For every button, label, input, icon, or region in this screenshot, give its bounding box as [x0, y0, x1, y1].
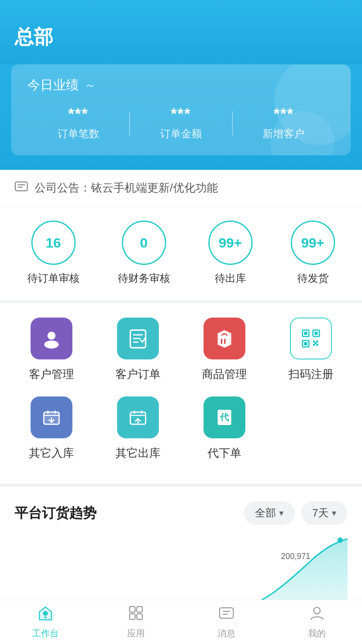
svg-rect-38	[130, 607, 135, 612]
filter-all-arrow: ▾	[279, 508, 284, 518]
svg-rect-18	[315, 332, 318, 335]
svg-rect-13	[221, 339, 222, 344]
nav-workbench-label: 工作台	[32, 627, 59, 640]
badge-pending-ship[interactable]: 99+ 待发货	[291, 221, 335, 285]
menu-name-proxy-order: 代下单	[208, 446, 241, 461]
trend-title: 平台订货趋势	[14, 504, 97, 522]
trend-filters: 全部 ▾ 7天 ▾	[244, 501, 348, 525]
menu-other-instock[interactable]: 其它入库	[19, 396, 84, 461]
apps-icon	[128, 605, 144, 625]
svg-text:200,971: 200,971	[281, 551, 310, 561]
nav-messages-label: 消息	[218, 627, 235, 640]
badge-count-1: 0	[122, 221, 166, 265]
menu-customer-management[interactable]: 客户管理	[19, 318, 84, 382]
menu-name-other-outstock: 其它出库	[115, 446, 160, 461]
nav-apps-label: 应用	[127, 627, 145, 640]
header-title: 总部	[14, 26, 53, 47]
menu-product-management[interactable]: 商品管理	[192, 318, 257, 382]
badge-name-2: 待出库	[215, 271, 246, 285]
svg-rect-25	[315, 342, 317, 344]
header: 总部	[0, 0, 362, 64]
badge-pending-orders[interactable]: 16 待订单审核	[27, 221, 80, 285]
nav-profile[interactable]: 我的	[272, 605, 362, 640]
svg-point-37	[43, 611, 48, 616]
trend-header: 平台订货趋势 全部 ▾ 7天 ▾	[14, 501, 348, 525]
announcement-icon	[14, 180, 28, 196]
filter-7days-btn[interactable]: 7天 ▾	[301, 501, 348, 525]
stat-orders-name: 订单笔数	[58, 128, 99, 140]
badge-name-1: 待财务审核	[118, 271, 170, 285]
menu-customer-orders[interactable]: 客户订单	[106, 318, 170, 382]
announcement-bar[interactable]: 公司公告：铱云手机端更新/优化功能	[0, 170, 362, 206]
nav-profile-label: 我的	[308, 627, 326, 640]
badge-pending-finance[interactable]: 0 待财务审核	[118, 221, 170, 285]
filter-all-label: 全部	[255, 506, 276, 520]
stat-amount-name: 订单金额	[160, 128, 202, 140]
svg-rect-40	[130, 614, 135, 619]
badges-section: 16 待订单审核 0 待财务审核 99+ 待出库 99+ 待发货	[0, 206, 362, 303]
qr-register-icon-box	[290, 318, 332, 359]
stat-amount-value: ***	[130, 105, 232, 123]
filter-all-btn[interactable]: 全部 ▾	[244, 501, 295, 525]
other-instock-icon-box	[31, 396, 72, 438]
svg-text:代: 代	[220, 412, 229, 422]
announcement-text: 公司公告：铱云手机端更新/优化功能	[35, 180, 218, 196]
svg-point-3	[47, 332, 56, 340]
menu-name-qr-register: 扫码注册	[288, 367, 333, 382]
other-outstock-icon-box	[117, 396, 159, 438]
badge-count-0: 16	[31, 221, 76, 265]
filter-7days-label: 7天	[313, 506, 329, 520]
svg-rect-14	[224, 339, 226, 344]
menu-proxy-order[interactable]: 代 代下单	[192, 396, 257, 461]
badge-count-3: 99+	[291, 221, 335, 265]
svg-rect-42	[220, 608, 233, 618]
svg-rect-0	[15, 182, 27, 191]
nav-workbench[interactable]: 工作台	[0, 605, 90, 640]
product-management-icon-box	[204, 318, 245, 359]
badge-name-0: 待订单审核	[27, 271, 80, 285]
customer-management-icon-box	[31, 318, 72, 359]
stat-amount: *** 订单金额	[130, 105, 232, 141]
quick-menu-row-2: 其它入库 其它出库 代	[8, 396, 354, 461]
badge-name-3: 待发货	[297, 271, 329, 285]
menu-name-customer-management: 客户管理	[29, 367, 74, 382]
customer-orders-icon-box	[117, 318, 159, 359]
eye-icon[interactable]: ～	[84, 78, 96, 93]
messages-icon	[218, 605, 235, 625]
svg-point-45	[314, 607, 320, 614]
menu-name-product-management: 商品管理	[202, 367, 247, 382]
profile-icon	[309, 605, 325, 625]
menu-qr-register[interactable]: 扫码注册	[279, 318, 343, 382]
menu-other-outstock[interactable]: 其它出库	[106, 396, 170, 461]
menu-name-customer-orders: 客户订单	[115, 367, 160, 382]
stat-orders-value: ***	[27, 105, 129, 123]
quick-menu: 客户管理 客户订单	[0, 303, 362, 487]
filter-7days-arrow: ▾	[332, 508, 336, 518]
quick-menu-row-1: 客户管理 客户订单	[8, 318, 354, 382]
proxy-order-icon-box: 代	[204, 396, 245, 438]
perf-label: 今日业绩	[27, 76, 79, 94]
performance-card: 今日业绩 ～ *** 订单笔数 *** 订单金额 *** 新增客户	[11, 64, 351, 155]
bottom-nav: 工作台 应用 消息 我的	[0, 600, 362, 644]
menu-name-other-instock: 其它入库	[29, 446, 74, 461]
stat-orders: *** 订单笔数	[27, 105, 129, 141]
badge-count-2: 99+	[208, 221, 253, 265]
svg-point-4	[44, 341, 59, 349]
svg-rect-16	[304, 332, 307, 335]
workbench-icon	[37, 605, 54, 625]
badge-pending-outstock[interactable]: 99+ 待出库	[208, 221, 253, 285]
svg-point-35	[337, 537, 343, 543]
svg-rect-20	[304, 342, 307, 345]
nav-messages[interactable]: 消息	[181, 605, 272, 640]
nav-apps[interactable]: 应用	[90, 605, 181, 640]
svg-rect-41	[137, 614, 142, 619]
svg-rect-39	[137, 607, 142, 612]
